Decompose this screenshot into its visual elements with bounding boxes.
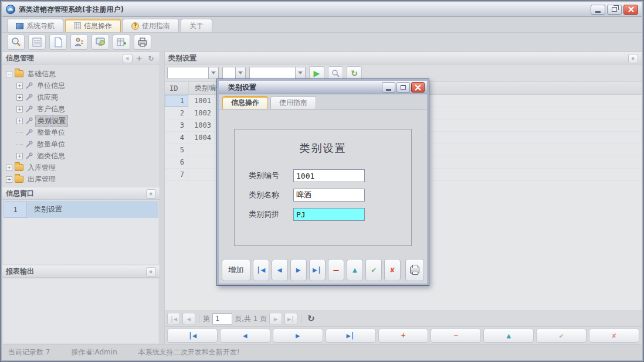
- panel-splitter[interactable]: [160, 52, 165, 344]
- collapse-node-icon[interactable]: −: [6, 71, 12, 77]
- refresh-filter-button[interactable]: ↻: [347, 66, 362, 80]
- list-item[interactable]: 1 类别设置: [4, 201, 158, 218]
- code-field-input[interactable]: [293, 169, 365, 182]
- expand-node-icon[interactable]: +: [16, 153, 23, 159]
- run-filter-button[interactable]: ▶: [309, 66, 324, 80]
- tree-item-unit-info[interactable]: + 单位信息: [6, 80, 157, 91]
- collapse-main-button[interactable]: «: [628, 54, 638, 63]
- new-document-button[interactable]: [49, 35, 67, 50]
- filter-operator-select[interactable]: [222, 67, 246, 79]
- dialog-tab-user-guide[interactable]: 使用指南: [270, 96, 316, 109]
- record-edit-button[interactable]: ▲: [483, 329, 534, 343]
- expand-node-icon[interactable]: +: [16, 94, 23, 101]
- edit-record-button[interactable]: ▲: [347, 259, 363, 281]
- collapse-section-button[interactable]: «: [146, 267, 156, 276]
- nav-first-button[interactable]: |◀: [167, 329, 218, 343]
- tab-info-operate[interactable]: 信息操作: [65, 19, 121, 32]
- cell-id: 2: [165, 107, 188, 119]
- tree-item-inbound-manage[interactable]: + 入库管理: [6, 162, 157, 173]
- cell-id: 7: [165, 169, 188, 180]
- user-info-button[interactable]: [70, 35, 88, 50]
- dialog-close-button[interactable]: [411, 82, 425, 93]
- filter-value-select[interactable]: [249, 67, 306, 79]
- page-number-input[interactable]: [212, 313, 232, 325]
- prev-page-button[interactable]: ◀: [182, 313, 195, 325]
- main-panel-title: 类别设置: [168, 53, 196, 63]
- filter-field-select[interactable]: [167, 67, 219, 79]
- check-icon: ✔: [371, 265, 376, 274]
- tree-item-outbound-manage[interactable]: + 出库管理: [6, 173, 157, 185]
- post-record-button[interactable]: ✔: [365, 259, 382, 281]
- nav-next-button[interactable]: ▶: [273, 329, 323, 343]
- print-record-button[interactable]: [405, 259, 424, 281]
- record-delete-button[interactable]: −: [431, 329, 481, 343]
- form-view-button[interactable]: [28, 35, 46, 50]
- tree-item-base-info[interactable]: − 基础信息: [6, 68, 157, 80]
- main-panel-header: 类别设置 «: [165, 52, 642, 64]
- expand-node-icon[interactable]: +: [6, 176, 12, 183]
- dialog-titlebar[interactable]: 类别设置: [219, 81, 427, 94]
- cancel-record-button[interactable]: ✘: [384, 259, 401, 281]
- restore-button[interactable]: [607, 5, 622, 15]
- expand-node-icon[interactable]: +: [16, 83, 23, 89]
- folder-icon: [15, 70, 23, 77]
- first-page-button[interactable]: |◀: [167, 313, 180, 325]
- delete-record-button[interactable]: −: [328, 259, 344, 281]
- expand-node-icon[interactable]: +: [16, 106, 23, 112]
- close-button[interactable]: [623, 5, 638, 15]
- next-page-button[interactable]: ▶: [269, 313, 282, 325]
- tab-label: 关于: [189, 21, 204, 31]
- expand-node-icon[interactable]: +: [16, 118, 23, 124]
- add-record-button[interactable]: 增加: [222, 259, 250, 281]
- list-item-label: 类别设置: [27, 204, 62, 214]
- name-field-input[interactable]: [293, 189, 365, 202]
- next-record-button[interactable]: ▶: [290, 259, 307, 281]
- tree-item-category-setting[interactable]: + 类别设置: [6, 115, 157, 127]
- tab-label: 使用指南: [142, 21, 170, 31]
- minimize-button[interactable]: [591, 5, 605, 15]
- first-record-button[interactable]: |◀: [253, 259, 269, 281]
- refresh-grid-button[interactable]: ↻: [307, 313, 315, 324]
- dialog-minimize-button[interactable]: [382, 82, 395, 93]
- page-prefix-label: 第: [203, 314, 210, 324]
- record-add-button[interactable]: +: [378, 329, 429, 343]
- search-preview-button[interactable]: [7, 35, 25, 50]
- collapse-panel-button[interactable]: «: [123, 54, 133, 63]
- record-post-button[interactable]: ✔: [536, 329, 587, 343]
- tree-item-customer-info[interactable]: + 客户信息: [6, 103, 157, 115]
- tab-about[interactable]: 关于: [181, 19, 212, 32]
- column-header-id[interactable]: ID: [165, 82, 188, 94]
- refresh-icon: ↻: [148, 55, 154, 62]
- next-page-icon: ▶: [274, 316, 277, 322]
- printer-button[interactable]: [134, 35, 151, 50]
- nav-last-button[interactable]: ▶|: [326, 329, 376, 343]
- tree-item-whole-unit[interactable]: 整量单位: [6, 127, 157, 138]
- last-record-button[interactable]: ▶|: [309, 259, 326, 281]
- table-add-button[interactable]: [113, 35, 130, 50]
- collapse-section-button[interactable]: «: [146, 189, 156, 199]
- nav-prev-button[interactable]: ◀: [220, 329, 270, 343]
- pinyin-field-input[interactable]: [293, 208, 365, 221]
- record-cancel-button[interactable]: ✘: [589, 329, 639, 343]
- icon-toolbar: [2, 33, 642, 52]
- last-page-button[interactable]: ▶|: [284, 313, 297, 325]
- search-filter-button[interactable]: [328, 66, 343, 80]
- monitor-button[interactable]: [91, 35, 109, 50]
- tree-item-bulk-unit[interactable]: 散量单位: [6, 138, 157, 150]
- info-manage-header: 信息管理 « + ↻: [2, 52, 160, 64]
- prev-record-button[interactable]: ◀: [272, 259, 288, 281]
- dialog-tab-info-operate[interactable]: 信息操作: [222, 96, 268, 109]
- tree-item-wine-info[interactable]: + 酒类信息: [6, 150, 157, 162]
- add-button[interactable]: +: [134, 54, 144, 63]
- dialog-controls: [382, 82, 425, 93]
- divider: [301, 314, 301, 323]
- expand-node-icon[interactable]: +: [6, 165, 12, 171]
- cross-icon: ✘: [390, 265, 395, 274]
- tab-system-nav[interactable]: 系统导航: [7, 19, 63, 32]
- tab-user-guide[interactable]: ? 使用指南: [123, 19, 179, 32]
- refresh-button[interactable]: ↻: [146, 54, 156, 63]
- tree-item-supplier[interactable]: + 供应商: [6, 91, 157, 103]
- dialog-maximize-button[interactable]: [396, 82, 410, 93]
- tree-label: 类别设置: [35, 115, 68, 127]
- cell-id: 1: [165, 95, 188, 107]
